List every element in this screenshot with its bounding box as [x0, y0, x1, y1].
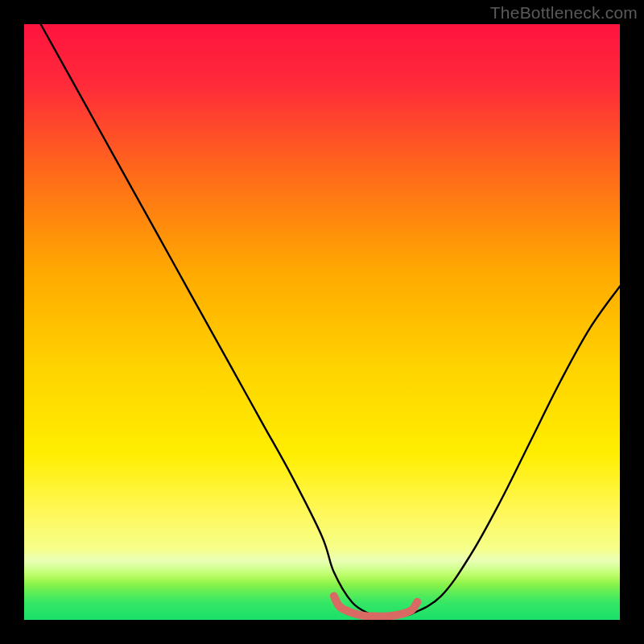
watermark-text: TheBottleneck.com	[490, 3, 638, 23]
chart-frame: TheBottleneck.com	[0, 0, 644, 644]
plot-area	[24, 24, 620, 620]
gradient-background	[24, 24, 620, 620]
chart-svg	[24, 24, 620, 620]
